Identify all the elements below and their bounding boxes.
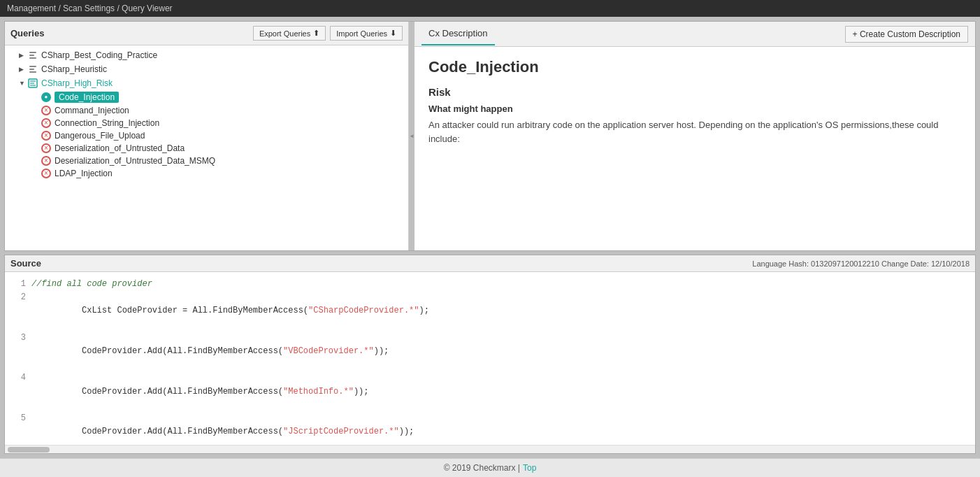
description-header: Cx Description + Create Custom Descripti… [415,22,975,47]
tree-node-icon [27,50,38,61]
import-icon: ⬇ [390,29,396,38]
import-queries-button[interactable]: Import Queries ⬇ [330,26,403,41]
queries-buttons: Export Queries ⬆ Import Queries ⬇ [253,26,403,41]
code-line-3: 3 CodeProvider.Add(All.FindByMemberAcces… [12,332,968,372]
main-wrapper: Queries Export Queries ⬆ Import Queries … [0,17,980,458]
tree-label: Deserialization_of_Untrusted_Data_MSMQ [55,156,215,166]
tree-item-deserialization[interactable]: ▶ Deserialization_of_Untrusted_Data [5,142,408,155]
code-line-4: 4 CodeProvider.Add(All.FindByMemberAcces… [12,371,968,412]
queries-header: Queries Export Queries ⬆ Import Queries … [5,22,408,45]
tree-item-dangerous-file[interactable]: ▶ Dangerous_File_Upload [5,129,408,142]
source-body[interactable]: 1 //find all code provider 2 CxList Code… [5,272,975,445]
pane-divider[interactable] [409,22,415,250]
footer-top-link[interactable]: Top [523,463,536,473]
tree-item-code-injection[interactable]: ▶ Code_Injection [5,90,408,104]
description-content: Code_Injection Risk What might happen An… [415,47,975,250]
source-panel: Source Language Hash: 0132097120012210 C… [4,255,976,454]
tree-label-active: Code_Injection [55,92,119,103]
red-circle-icon [41,169,51,178]
tree-node-icon [27,64,38,75]
queries-title: Queries [10,28,44,38]
red-circle-icon [41,131,51,141]
tree-item-command-injection[interactable]: ▶ Command_Injection [5,104,408,117]
description-risk-text: An attacker could run arbitrary code on … [428,118,961,145]
tree-node-icon-blue [27,78,38,89]
tree-label: Deserialization_of_Untrusted_Data [55,143,185,153]
tree-label: LDAP_Injection [55,169,113,178]
queries-pane: Queries Export Queries ⬆ Import Queries … [5,22,409,250]
tree-item-ldap-injection[interactable]: ▶ LDAP_Injection [5,167,408,180]
description-pane: Cx Description + Create Custom Descripti… [415,22,975,250]
scrollbar-thumb[interactable] [8,447,50,453]
queries-list: ▶ CSharp_Best_Coding_Practice ▶ CSharp_H… [5,45,408,250]
tree-label: CSharp_Best_Coding_Practice [41,50,157,60]
tree-label: Dangerous_File_Upload [55,131,145,141]
tree-item-csharp-heuristic[interactable]: ▶ CSharp_Heuristic [5,62,408,76]
tree-label: CSharp_High_Risk [41,78,113,88]
footer-copyright: © 2019 Checkmarx | [444,463,520,473]
description-section-risk: Risk [428,86,961,98]
expand-arrow: ▶ [19,52,27,59]
tree-item-csharp-high-risk[interactable]: ▼ CSharp_High_Risk [5,76,408,90]
tree-label: Connection_String_Injection [55,118,159,128]
code-line-5: 5 CodeProvider.Add(All.FindByMemberAcces… [12,412,968,445]
red-circle-icon [41,118,51,128]
export-queries-button[interactable]: Export Queries ⬆ [253,26,326,41]
tree-label: CSharp_Heuristic [41,64,107,74]
source-meta: Language Hash: 0132097120012210 Change D… [752,259,970,268]
tree-label: Command_Injection [55,106,129,115]
export-icon: ⬆ [313,29,319,38]
top-panel: Queries Export Queries ⬆ Import Queries … [4,21,976,251]
tree-item-csharp-best[interactable]: ▶ CSharp_Best_Coding_Practice [5,48,408,62]
source-title: Source [10,258,41,269]
active-circle-icon [41,92,51,102]
code-line-2: 2 CxList CodeProvider = All.FindByMember… [12,291,968,332]
tree-item-connection-string[interactable]: ▶ Connection_String_Injection [5,117,408,129]
titlebar-text: Management / Scan Settings / Query Viewe… [7,3,173,13]
expand-arrow: ▶ [19,66,27,73]
titlebar: Management / Scan Settings / Query Viewe… [0,0,980,17]
create-custom-description-button[interactable]: + Create Custom Description [845,26,968,43]
red-circle-icon [41,156,51,166]
source-horizontal-scrollbar[interactable] [5,445,975,453]
description-title: Code_Injection [428,58,961,76]
red-circle-icon [41,143,51,153]
description-subsection-what: What might happen [428,104,961,114]
red-circle-icon [41,106,51,115]
footer: © 2019 Checkmarx | Top [0,458,980,477]
tree-item-deserialization-msmq[interactable]: ▶ Deserialization_of_Untrusted_Data_MSMQ [5,155,408,167]
source-header: Source Language Hash: 0132097120012210 C… [5,255,975,272]
code-line-1: 1 //find all code provider [12,278,968,291]
expand-arrow: ▼ [19,80,27,87]
tab-cx-description[interactable]: Cx Description [421,22,495,45]
